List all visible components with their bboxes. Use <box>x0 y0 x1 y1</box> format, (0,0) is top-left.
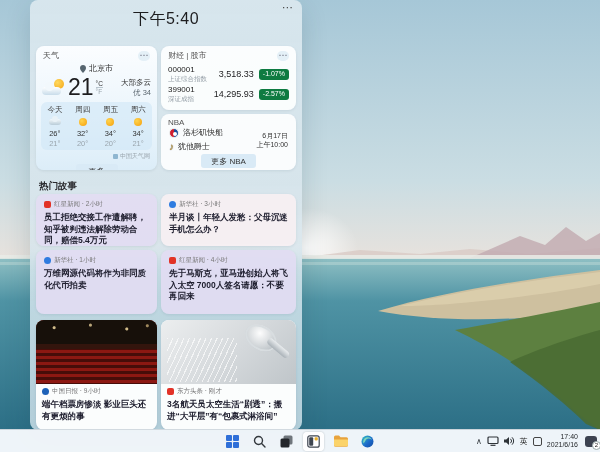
edge-button[interactable] <box>357 432 378 451</box>
news-headline: 3名航天员太空生活“剧透”：搬进“大平层”有“包裹式淋浴间” <box>167 399 290 422</box>
stock-name: 深证成指 <box>168 94 195 103</box>
news-headline: 端午档票房惨淡 影业巨头还有更烦的事 <box>42 399 151 422</box>
news-meta: 红星新闻 · 2小时 <box>54 200 102 209</box>
news-card[interactable]: 新华社 · 1小时 万维网源代码将作为非同质化代币拍卖 <box>36 250 157 314</box>
finance-widget[interactable]: 财经 | 股市 ⋯ 000001 上证综合指数 3,518.33 -1.07% … <box>161 46 296 110</box>
notification-center-button[interactable]: 2 <box>585 436 597 447</box>
tray-date: 2021/6/16 <box>547 441 578 448</box>
stock-row[interactable]: 399001 深证成指 14,295.93 -2.57% <box>161 83 296 103</box>
news-source-icon <box>167 388 174 395</box>
jazz-logo-icon: ♪ <box>169 142 174 152</box>
news-card[interactable]: 红星新闻 · 2小时 员工拒绝交接工作遭解聘，知乎被判违法解除劳动合同，赔偿5.… <box>36 194 157 246</box>
file-explorer-icon <box>334 435 348 447</box>
search-button[interactable] <box>249 432 270 451</box>
location-pin-icon <box>80 65 86 73</box>
news-meta: 红星新闻 · 4小时 <box>179 256 227 265</box>
weather-condition: 大部多云 <box>121 78 151 87</box>
task-view-icon <box>280 435 293 448</box>
stock-code: 399001 <box>168 85 195 94</box>
stock-value: 3,518.33 <box>219 69 254 79</box>
forecast-day[interactable]: 周六 34° 21° <box>124 105 152 148</box>
weather-more-button[interactable]: 更多 <box>76 164 118 170</box>
nba-team-row: ♪ 犹他爵士 <box>169 141 223 152</box>
windows-logo-icon <box>226 435 239 448</box>
news-section-header: 热门故事 <box>39 180 77 193</box>
widgets-button[interactable] <box>303 432 324 451</box>
notification-count-badge: 2 <box>592 441 600 450</box>
tray-chevron-up-icon[interactable]: ∧ <box>476 437 482 446</box>
news-source-icon <box>44 201 51 208</box>
forecast-day[interactable]: 今天 26° 21° <box>41 105 69 148</box>
weather-provider-icon <box>113 154 118 159</box>
task-view-button[interactable] <box>276 432 297 451</box>
stock-code: 000001 <box>168 65 207 74</box>
nba-game-date: 6月17日 <box>262 132 288 139</box>
search-icon <box>253 435 266 448</box>
nba-team-name: 洛杉矶快船 <box>183 127 223 138</box>
nba-more-button[interactable]: 更多 NBA <box>201 154 256 168</box>
news-meta: 东方头条 · 刚才 <box>177 387 222 396</box>
weather-forecast: 今天 26° 21° 周四 32° 20° 周五 34° 20° <box>41 102 152 150</box>
nba-game-time: 上午10:00 <box>256 141 288 148</box>
forecast-day[interactable]: 周四 32° 20° <box>69 105 97 148</box>
start-button[interactable] <box>222 432 243 451</box>
news-image-card[interactable]: 中国日报 · 9小时 端午档票房惨淡 影业巨头还有更烦的事 <box>36 320 157 430</box>
nba-team-row: 洛杉矶快船 <box>169 127 223 138</box>
finance-more-options-icon[interactable]: ⋯ <box>277 51 289 61</box>
ime-language-indicator[interactable]: 英 <box>520 436 528 447</box>
weather-title: 天气 <box>43 50 59 61</box>
stock-change-badge: -1.07% <box>259 69 289 80</box>
news-headline: 先于马斯克，亚马逊创始人将飞入太空 7000人签名请愿：不要再回来 <box>169 268 288 303</box>
news-meta: 新华社 · 1小时 <box>54 256 96 265</box>
stock-row[interactable]: 000001 上证综合指数 3,518.33 -1.07% <box>161 63 296 83</box>
weather-condition-icon <box>42 79 66 96</box>
sunny-icon <box>106 118 114 126</box>
ime-mode-icon[interactable] <box>533 437 542 446</box>
finance-title: 财经 | 股市 <box>168 50 207 61</box>
news-meta: 中国日报 · 9小时 <box>52 387 100 396</box>
stock-name: 上证综合指数 <box>168 74 207 83</box>
tray-time: 17:40 <box>560 433 578 440</box>
stock-value: 14,295.93 <box>214 89 254 99</box>
panel-time-header: 下午5:40 <box>30 9 302 30</box>
news-source-icon <box>42 388 49 395</box>
weather-location: 北京市 <box>89 63 113 74</box>
news-image-card[interactable]: 东方头条 · 刚才 3名航天员太空生活“剧透”：搬进“大平层”有“包裹式淋浴间” <box>161 320 296 430</box>
weather-location-row[interactable]: 北京市 <box>36 63 157 74</box>
stock-change-badge: -2.57% <box>259 89 289 100</box>
news-headline: 半月谈丨年轻人发愁：父母沉迷手机怎么办？ <box>169 212 288 235</box>
news-source-icon <box>169 201 176 208</box>
tray-clock[interactable]: 17:40 2021/6/16 <box>547 433 578 450</box>
taskbar: ∧ 英 17:40 2021/6/16 2 <box>0 429 600 452</box>
widgets-icon <box>307 435 320 448</box>
news-source-icon <box>169 257 176 264</box>
edge-icon <box>361 435 374 448</box>
cloudy-icon <box>49 119 61 125</box>
news-headline: 员工拒绝交接工作遭解聘，知乎被判违法解除劳动合同，赔偿5.4万元 <box>44 212 149 247</box>
weather-widget[interactable]: 天气 ⋯ 北京市 21 °C °F 大部多云 优 34 <box>36 46 157 170</box>
news-headline: 万维网源代码将作为非同质化代币拍卖 <box>44 268 149 291</box>
sunny-icon <box>79 118 87 126</box>
network-icon[interactable] <box>487 436 499 446</box>
file-explorer-button[interactable] <box>330 432 351 451</box>
unit-fahrenheit: °F <box>96 87 103 95</box>
cinema-thumbnail-image <box>36 320 157 384</box>
news-card[interactable]: 新华社 · 3小时 半月谈丨年轻人发愁：父母沉迷手机怎么办？ <box>161 194 296 246</box>
weather-attribution: 中国天气网 <box>120 152 150 161</box>
news-card[interactable]: 红星新闻 · 4小时 先于马斯克，亚马逊创始人将飞入太空 7000人签名请愿：不… <box>161 250 296 314</box>
nba-widget[interactable]: NBA 洛杉矶快船 ♪ 犹他爵士 6月17日 上午10:00 <box>161 114 296 170</box>
volume-icon[interactable] <box>504 436 515 446</box>
nba-title: NBA <box>168 118 184 127</box>
forecast-day[interactable]: 周五 34° 20° <box>97 105 125 148</box>
widgets-panel: ⋯ 下午5:40 天气 ⋯ 北京市 21 °C °F 大部多云 优 <box>30 0 302 430</box>
weather-more-options-icon[interactable]: ⋯ <box>138 51 150 61</box>
shower-thumbnail-image <box>161 320 296 384</box>
sunny-icon <box>134 118 142 126</box>
weather-temperature: 21 <box>68 76 94 99</box>
unit-celsius: °C <box>96 80 103 87</box>
news-meta: 新华社 · 3小时 <box>179 200 221 209</box>
news-source-icon <box>44 257 51 264</box>
weather-aqi: 优 34 <box>133 88 151 97</box>
desktop[interactable]: ⋯ 下午5:40 天气 ⋯ 北京市 21 °C °F 大部多云 优 <box>0 0 600 452</box>
temperature-unit-toggle[interactable]: °C °F <box>96 80 103 95</box>
